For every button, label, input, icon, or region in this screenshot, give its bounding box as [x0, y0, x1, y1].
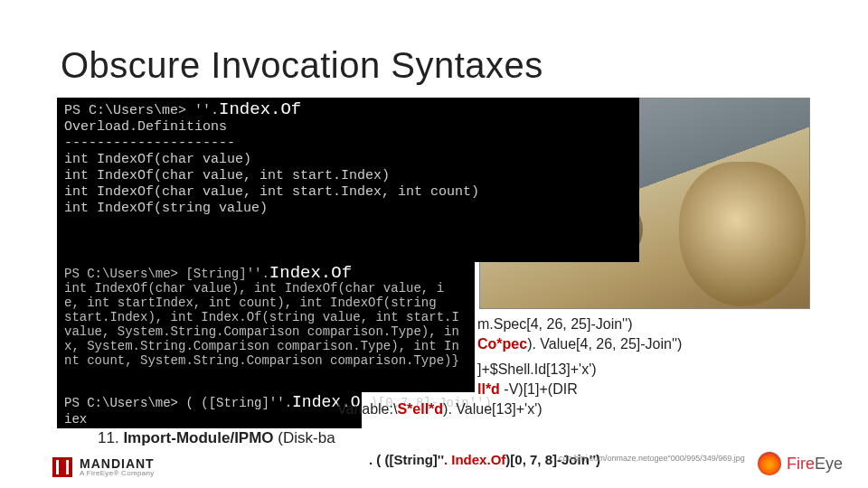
line-5c: ). Value[13]+'x') — [443, 401, 542, 417]
item-number: 11. — [98, 429, 119, 446]
highlight-indexof-2: Index.Of — [269, 263, 352, 283]
terminal-output-2: PS C:\Users\me> [String]''.Index.Of int … — [57, 262, 475, 392]
terminal-body-2: int IndexOf(char value), int IndexOf(cha… — [64, 281, 459, 368]
line-4-red: ll*d — [477, 381, 500, 397]
image-credit-url: cdn.bmj.com/onmaze.netogee"000/995/349/9… — [559, 454, 745, 463]
logo-fireeye: FireEye — [758, 452, 843, 475]
item-rest: (Disk-ba — [274, 429, 335, 446]
prompt-line-1: PS C:\Users\me> ''. — [64, 103, 219, 118]
terminal-body-1: Overload.Definitions -------------------… — [64, 119, 479, 216]
mandiant-subtitle: A FireEye® Company — [80, 469, 155, 477]
line-4-rest: -V)[1]+(DIR — [500, 381, 578, 397]
line-3: ]+$Shell.Id[13]+'x') — [477, 361, 597, 377]
fireeye-eye: Eye — [815, 455, 843, 473]
line-5-red: S*ell*d — [397, 401, 443, 417]
prompt-line-2: PS C:\Users\me> [String]''. — [64, 267, 269, 281]
callout-red: . Index.Of — [444, 452, 505, 467]
terminal-output-1: PS C:\Users\me> ''.Index.Of Overload.Def… — [57, 98, 639, 262]
mandiant-mark-icon — [52, 457, 72, 477]
prompt-line-3: PS C:\Users\me> ( ([String]''. — [64, 396, 292, 410]
fireeye-wordmark: FireEye — [787, 455, 843, 474]
fireeye-mark-icon — [758, 452, 781, 475]
terminal-output-3: PS C:\Users\me> ( ([String]''.Index.Of)[… — [57, 392, 362, 428]
slide-title: Obscure Invocation Syntaxes — [61, 45, 543, 86]
callout-prefix: . ( ([String]'' — [369, 452, 444, 467]
line-2-rest: ). Value[4, 26, 25]-Join'') — [527, 336, 682, 352]
logo-mandiant: MANDIANT A FireEye® Company — [52, 456, 155, 477]
line-2-red: Co*pec — [477, 336, 527, 352]
fireeye-fire: Fire — [787, 455, 815, 473]
terminal-out-3: iex — [64, 412, 87, 427]
item-bold: Import-Module/IPMO — [123, 429, 273, 446]
numbered-item-11: 11. Import-Module/IPMO (Disk-ba — [98, 429, 335, 447]
highlight-indexof-1: Index.Of — [219, 99, 301, 119]
line-5a: Variable:\ — [337, 401, 397, 417]
obscured-slide-text: m.Spec[4, 26, 25]-Join'') Co*pec). Value… — [477, 314, 857, 419]
line-1: m.Spec[4, 26, 25]-Join'') — [477, 316, 633, 332]
